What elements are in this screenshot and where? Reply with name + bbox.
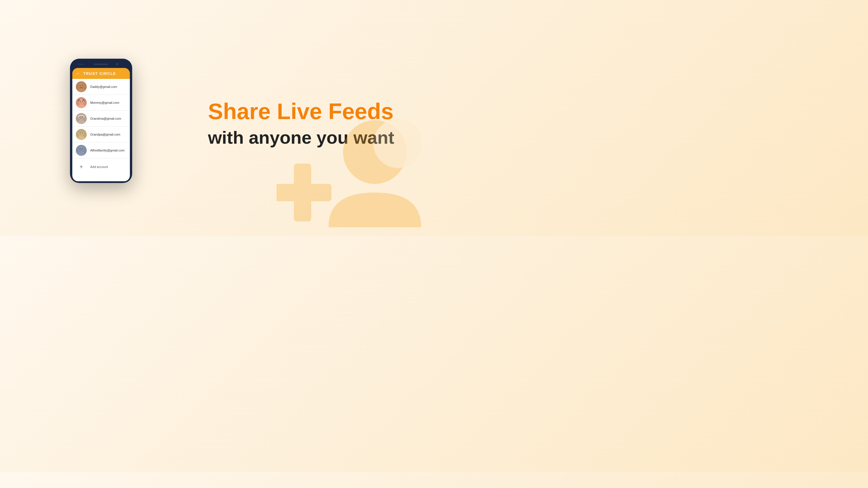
contact-avatar [76, 129, 87, 140]
contact-item[interactable]: Mommy@gmail.com [72, 95, 130, 111]
contact-item[interactable]: Grandpa@gmail.com [72, 127, 130, 142]
contacts-list: Daddy@gmail.comMommy@gmail.comGrandma@gm… [72, 79, 130, 175]
svg-point-29 [80, 149, 81, 150]
contact-email: Grandma@gmail.com [90, 117, 121, 120]
svg-point-19 [82, 117, 83, 118]
svg-rect-9 [80, 87, 83, 89]
svg-point-25 [79, 130, 84, 133]
phone-screen: ← TRUST CIRCLE Daddy@gmail.comMommy@gmai… [72, 68, 130, 181]
phone-section: ← TRUST CIRCLE Daddy@gmail.comMommy@gmai… [0, 0, 202, 236]
phone-frame: ← TRUST CIRCLE Daddy@gmail.comMommy@gmai… [70, 59, 132, 183]
svg-point-13 [80, 101, 81, 102]
contact-item[interactable]: Daddy@gmail.com [72, 79, 130, 95]
svg-point-3 [373, 119, 421, 168]
screen-title: TRUST CIRCLE [83, 71, 116, 76]
app-header: ← TRUST CIRCLE [72, 68, 130, 79]
contact-item[interactable]: Grandma@gmail.com [72, 111, 130, 127]
phone-camera [116, 63, 118, 65]
contact-avatar [76, 145, 87, 156]
contact-email: Mommy@gmail.com [90, 101, 119, 104]
add-account-label: Add account [90, 165, 108, 168]
svg-point-14 [82, 101, 83, 102]
phone-dot-1 [78, 64, 80, 65]
svg-point-8 [82, 85, 83, 86]
svg-point-27 [79, 147, 84, 152]
contact-avatar [76, 113, 87, 124]
add-account-item[interactable]: +Add account [72, 158, 130, 175]
contact-avatar [76, 97, 87, 108]
phone-speaker [94, 64, 108, 65]
contact-email: Alfredfamily@gmail.com [90, 149, 125, 152]
background-decoration [277, 118, 421, 236]
plus-icon: + [76, 161, 87, 172]
svg-point-24 [82, 133, 83, 134]
contact-email: Grandpa@gmail.com [90, 133, 120, 136]
svg-rect-1 [277, 184, 332, 201]
svg-point-30 [82, 149, 83, 150]
svg-point-23 [80, 133, 81, 134]
phone-dots [78, 64, 84, 65]
phone-dot-3 [83, 64, 84, 65]
phone-notch [72, 61, 130, 67]
contact-avatar [76, 81, 87, 92]
svg-point-18 [80, 117, 81, 118]
contact-item[interactable]: Alfredfamily@gmail.com [72, 142, 130, 158]
phone-dot-2 [81, 64, 82, 65]
contact-email: Daddy@gmail.com [90, 85, 117, 89]
back-button[interactable]: ← [76, 71, 81, 76]
svg-point-7 [80, 85, 81, 86]
